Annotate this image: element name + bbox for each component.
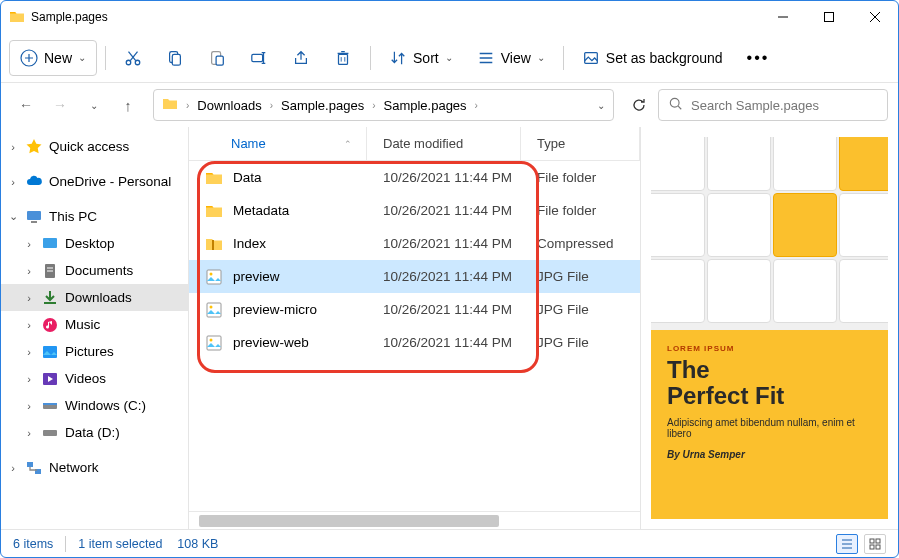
sidebar-item-downloads[interactable]: ›Downloads: [1, 284, 188, 311]
details-view-toggle[interactable]: [836, 534, 858, 554]
svg-point-28: [670, 98, 679, 107]
up-button[interactable]: ↑: [113, 90, 143, 120]
view-button[interactable]: View ⌄: [467, 40, 555, 76]
file-list: Data10/26/2021 11:44 PMFile folderMetada…: [189, 161, 640, 511]
image-icon: [205, 268, 223, 286]
svg-point-8: [135, 60, 140, 65]
svg-rect-41: [43, 403, 57, 405]
cut-button[interactable]: [114, 40, 152, 76]
scrollbar-thumb[interactable]: [199, 515, 499, 527]
svg-rect-31: [31, 221, 37, 223]
breadcrumb-item[interactable]: Sample.pages: [281, 98, 364, 113]
refresh-button[interactable]: [624, 90, 654, 120]
copy-icon: [166, 49, 184, 67]
file-row[interactable]: preview10/26/2021 11:44 PMJPG File: [189, 260, 640, 293]
copy-button[interactable]: [156, 40, 194, 76]
sidebar-item-this-pc[interactable]: ⌄This PC: [1, 203, 188, 230]
share-icon: [292, 49, 310, 67]
file-row[interactable]: preview-micro10/26/2021 11:44 PMJPG File: [189, 293, 640, 326]
window-title: Sample.pages: [31, 10, 760, 24]
trash-icon: [334, 49, 352, 67]
paste-icon: [208, 49, 226, 67]
poster-tag: LOREM IPSUM: [667, 344, 872, 353]
sidebar-item-desktop[interactable]: ›Desktop: [1, 230, 188, 257]
recent-dropdown[interactable]: ⌄: [79, 90, 109, 120]
sidebar-item-quick-access[interactable]: ›Quick access: [1, 133, 188, 160]
close-button[interactable]: [852, 1, 898, 33]
preview-image: LOREM IPSUM ThePerfect Fit Adipiscing am…: [651, 137, 888, 519]
drive-icon: [41, 424, 59, 442]
folder-icon: [205, 169, 223, 187]
breadcrumb-item[interactable]: Sample.pages: [383, 98, 466, 113]
new-button[interactable]: New ⌄: [9, 40, 97, 76]
file-type: JPG File: [521, 302, 640, 317]
sort-button[interactable]: Sort ⌄: [379, 40, 463, 76]
file-row[interactable]: preview-web10/26/2021 11:44 PMJPG File: [189, 326, 640, 359]
chevron-down-icon[interactable]: ⌄: [597, 100, 605, 111]
file-row[interactable]: Data10/26/2021 11:44 PMFile folder: [189, 161, 640, 194]
column-header-name[interactable]: Name⌃: [189, 127, 367, 160]
file-row[interactable]: Metadata10/26/2021 11:44 PMFile folder: [189, 194, 640, 227]
sidebar-item-pictures[interactable]: ›Pictures: [1, 338, 188, 365]
file-date: 10/26/2021 11:44 PM: [367, 236, 521, 251]
file-date: 10/26/2021 11:44 PM: [367, 170, 521, 185]
paste-button[interactable]: [198, 40, 236, 76]
delete-button[interactable]: [324, 40, 362, 76]
sidebar-item-onedrive[interactable]: ›OneDrive - Personal: [1, 168, 188, 195]
sidebar-item-music[interactable]: ›Music: [1, 311, 188, 338]
sidebar-item-videos[interactable]: ›Videos: [1, 365, 188, 392]
file-type: File folder: [521, 203, 640, 218]
sidebar-item-d-drive[interactable]: ›Data (D:): [1, 419, 188, 446]
maximize-button[interactable]: [806, 1, 852, 33]
file-date: 10/26/2021 11:44 PM: [367, 269, 521, 284]
svg-rect-12: [172, 54, 180, 65]
svg-rect-57: [870, 545, 874, 549]
document-icon: [41, 262, 59, 280]
titlebar: Sample.pages: [1, 1, 898, 33]
column-header-type[interactable]: Type: [521, 127, 640, 160]
monitor-icon: [25, 208, 43, 226]
search-input[interactable]: Search Sample.pages: [658, 89, 888, 121]
set-background-button[interactable]: Set as background: [572, 40, 733, 76]
breadcrumb-item[interactable]: Downloads: [197, 98, 261, 113]
forward-button[interactable]: →: [45, 90, 75, 120]
preview-pane: LOREM IPSUM ThePerfect Fit Adipiscing am…: [640, 127, 898, 529]
status-count: 6 items: [13, 537, 53, 551]
view-icon: [477, 49, 495, 67]
column-header-date[interactable]: Date modified: [367, 127, 521, 160]
file-name: preview-micro: [233, 302, 317, 317]
svg-rect-38: [43, 346, 57, 358]
status-selected: 1 item selected: [78, 537, 162, 551]
folder-icon: [9, 9, 25, 25]
separator: [563, 46, 564, 70]
file-type: Compressed: [521, 236, 640, 251]
sidebar-item-network[interactable]: ›Network: [1, 454, 188, 481]
breadcrumb[interactable]: › Downloads › Sample.pages › Sample.page…: [153, 89, 614, 121]
back-button[interactable]: ←: [11, 90, 41, 120]
file-date: 10/26/2021 11:44 PM: [367, 203, 521, 218]
horizontal-scrollbar[interactable]: [189, 511, 640, 529]
plus-icon: [20, 49, 38, 67]
file-row[interactable]: Index10/26/2021 11:44 PMCompressed: [189, 227, 640, 260]
status-size: 108 KB: [177, 537, 218, 551]
svg-point-47: [210, 272, 213, 275]
poster: LOREM IPSUM ThePerfect Fit Adipiscing am…: [651, 330, 888, 519]
rename-button[interactable]: [240, 40, 278, 76]
thumbnails-view-toggle[interactable]: [864, 534, 886, 554]
puzzle-graphic: [651, 137, 888, 330]
sidebar-item-documents[interactable]: ›Documents: [1, 257, 188, 284]
poster-title: ThePerfect Fit: [667, 357, 872, 409]
sidebar-item-c-drive[interactable]: ›Windows (C:): [1, 392, 188, 419]
svg-rect-30: [27, 211, 41, 220]
minimize-button[interactable]: [760, 1, 806, 33]
search-placeholder: Search Sample.pages: [691, 98, 819, 113]
toolbar: New ⌄ Sort ⌄ View ⌄ Set as background ••…: [1, 33, 898, 83]
share-button[interactable]: [282, 40, 320, 76]
more-button[interactable]: •••: [737, 40, 780, 76]
file-name: Metadata: [233, 203, 289, 218]
separator: [105, 46, 106, 70]
file-name: Index: [233, 236, 266, 251]
chevron-right-icon: ›: [372, 100, 375, 111]
statusbar: 6 items 1 item selected 108 KB: [1, 529, 898, 557]
svg-rect-58: [876, 545, 880, 549]
